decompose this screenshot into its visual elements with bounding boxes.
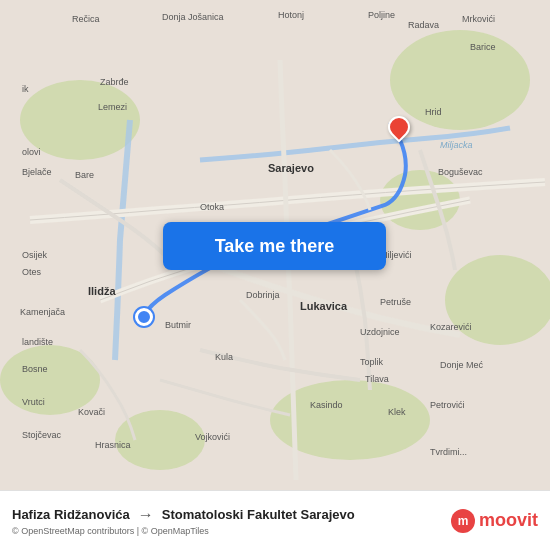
svg-text:Bosne: Bosne [22,364,48,374]
svg-text:Miljacka: Miljacka [440,140,473,150]
svg-text:Kamenjača: Kamenjača [20,307,65,317]
svg-text:Zabrđe: Zabrđe [100,77,129,87]
map-attribution: © OpenStreetMap contributors | © OpenMap… [12,526,209,536]
svg-text:Rečica: Rečica [72,14,100,24]
svg-text:Donja Jošanica: Donja Jošanica [162,12,224,22]
moovit-icon: m [451,509,475,533]
svg-text:Poljine: Poljine [368,10,395,20]
svg-text:Sarajevo: Sarajevo [268,162,314,174]
svg-text:Barice: Barice [470,42,496,52]
svg-text:Kula: Kula [215,352,233,362]
origin-marker [135,308,153,326]
svg-text:Petrovići: Petrovići [430,400,465,410]
svg-text:ik: ik [22,84,29,94]
svg-text:Ilidža: Ilidža [88,285,116,297]
svg-text:olovi: olovi [22,147,41,157]
svg-text:Hrid: Hrid [425,107,442,117]
svg-text:Uzdojnice: Uzdojnice [360,327,400,337]
svg-text:Donje Meć: Donje Meć [440,360,484,370]
svg-text:Tilava: Tilava [365,374,389,384]
svg-text:Bjelače: Bjelače [22,167,52,177]
svg-text:Dobrinja: Dobrinja [246,290,280,300]
svg-text:Tvrdimi...: Tvrdimi... [430,447,467,457]
destination-marker [388,116,410,138]
svg-text:Kozarevići: Kozarevići [430,322,472,332]
svg-text:Radava: Radava [408,20,439,30]
svg-text:Hrasnica: Hrasnica [95,440,131,450]
footer-destination-label: Stomatoloski Fakultet Sarajevo [162,507,355,522]
svg-text:Toplik: Toplik [360,357,384,367]
svg-text:Stojčevac: Stojčevac [22,430,62,440]
svg-text:Lemezi: Lemezi [98,102,127,112]
footer-route-info: Hafiza Ridžanovića → Stomatoloski Fakult… [12,506,355,536]
svg-point-2 [390,30,530,130]
svg-text:Osijek: Osijek [22,250,48,260]
svg-text:Mrkovići: Mrkovići [462,14,495,24]
footer-origin-label: Hafiza Ridžanovića [12,507,130,522]
svg-text:Butmir: Butmir [165,320,191,330]
svg-text:Otes: Otes [22,267,42,277]
svg-text:Kovači: Kovači [78,407,105,417]
svg-text:landište: landište [22,337,53,347]
svg-text:Klek: Klek [388,407,406,417]
moovit-logo-text: moovit [479,510,538,531]
footer-bar: Hafiza Ridžanovića → Stomatoloski Fakult… [0,490,550,550]
svg-text:Otoka: Otoka [200,202,224,212]
moovit-logo: m moovit [451,509,538,533]
svg-text:Vojkovići: Vojkovići [195,432,230,442]
svg-text:Bare: Bare [75,170,94,180]
svg-text:Hotonj: Hotonj [278,10,304,20]
footer-arrow-icon: → [138,506,154,524]
svg-text:Vrutci: Vrutci [22,397,45,407]
svg-text:Lukavica: Lukavica [300,300,348,312]
map-container: Rečica Donja Jošanica Hotonj Poljine Rad… [0,0,550,490]
take-me-there-button[interactable]: Take me there [163,222,386,270]
svg-text:Kasindo: Kasindo [310,400,343,410]
svg-text:Boguševac: Boguševac [438,167,483,177]
svg-text:Petruše: Petruše [380,297,411,307]
